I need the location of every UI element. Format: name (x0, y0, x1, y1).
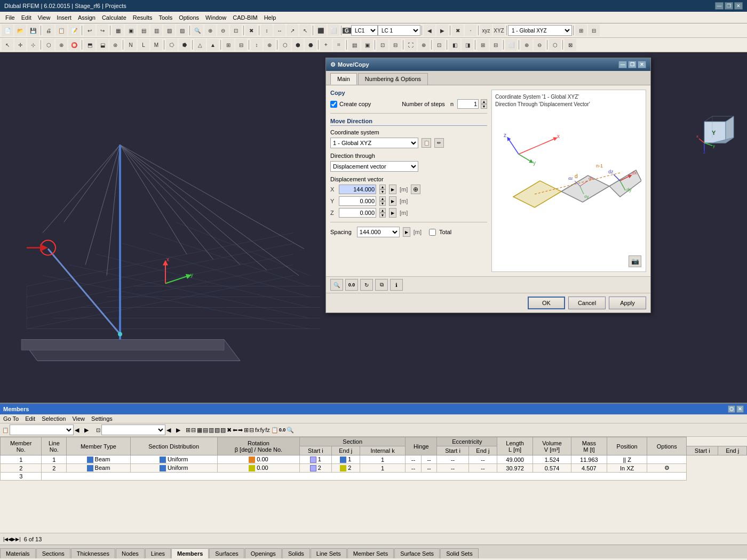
x-spin-up[interactable]: ▲ (379, 185, 386, 189)
tb5[interactable]: ▣ (125, 25, 137, 36)
tab-numbering-options[interactable]: Numbering & Options (358, 73, 428, 85)
tb53[interactable]: ▤ (348, 39, 360, 51)
ptb2[interactable]: ⊟ (191, 427, 196, 434)
ok-button[interactable]: OK (528, 297, 565, 309)
tb46[interactable]: ↕ (251, 39, 263, 51)
create-copy-checkbox[interactable] (330, 101, 337, 108)
ptb7[interactable]: ▨ (220, 427, 226, 434)
ptb9[interactable]: ⬅ (233, 427, 237, 434)
tb20[interactable]: ◀ (424, 25, 435, 36)
coord-sys-select[interactable]: 1 - Global XYZ (508, 25, 572, 36)
tab-thicknesses[interactable]: Thicknesses (71, 548, 115, 558)
tb32[interactable]: ⊕ (55, 39, 67, 51)
save-btn[interactable]: 💾 (27, 25, 39, 36)
menu-results[interactable]: Results (130, 13, 156, 22)
tab-nodes[interactable]: Nodes (116, 548, 145, 558)
tb40[interactable]: ⭔ (166, 39, 178, 51)
menu-calculate[interactable]: Calculate (99, 13, 130, 22)
edit-menu[interactable]: Edit (25, 415, 35, 422)
tb11[interactable]: ⊖ (217, 25, 229, 36)
lc-select-2[interactable]: LC 1 (378, 25, 420, 36)
tb27[interactable]: ⊟ (588, 25, 600, 36)
tb54[interactable]: ▣ (361, 39, 373, 51)
tb8[interactable]: ▧ (163, 25, 175, 36)
tab-solids[interactable]: Solids (282, 548, 310, 558)
tb13[interactable]: ✖ (245, 25, 257, 36)
table-row[interactable]: 3 (1, 473, 747, 481)
tb45[interactable]: ⊟ (235, 39, 247, 51)
undo-btn[interactable]: ↩ (84, 25, 96, 36)
first-page-btn[interactable]: |◀ (3, 537, 8, 542)
tab-surfaces[interactable]: Surfaces (209, 548, 244, 558)
next-page-btn[interactable]: ▶ (12, 537, 15, 542)
menu-file[interactable]: File (2, 13, 18, 22)
new-btn[interactable]: 📄 (2, 25, 13, 36)
next-btn[interactable]: ▶ (84, 427, 93, 434)
panel-float-btn[interactable]: ⬡ (728, 405, 735, 413)
tb38[interactable]: L (138, 39, 149, 51)
panel-close-btn[interactable]: ✕ (736, 405, 744, 413)
maximize-btn[interactable]: ❐ (725, 2, 733, 10)
spacing-combo[interactable]: 144.000 (357, 227, 400, 237)
tb35[interactable]: ⬓ (97, 39, 108, 51)
diagram-camera-btn[interactable]: 📷 (629, 255, 641, 267)
coordinate-cube[interactable]: Y x z y (694, 111, 736, 154)
tb43[interactable]: ▲ (207, 39, 219, 51)
tb7[interactable]: ▥ (150, 25, 162, 36)
open-btn[interactable]: 📂 (14, 25, 26, 36)
tab-surface-sets[interactable]: Surface Sets (394, 548, 440, 558)
tb23[interactable]: ⬝ (465, 25, 476, 36)
tab-members[interactable]: Members (171, 548, 209, 558)
cancel-button[interactable]: Cancel (568, 297, 606, 309)
tb60[interactable]: ◧ (449, 39, 460, 51)
tb67[interactable]: ⬡ (549, 39, 561, 51)
basic-objects-select[interactable]: Basic Objects (101, 425, 165, 435)
tb28[interactable]: ↖ (2, 39, 13, 51)
ptb1[interactable]: ⊞ (186, 427, 190, 434)
ptb3[interactable]: ▦ (197, 427, 202, 434)
table-row[interactable]: 1 1 Beam Uniform 0.00 1 1 1 -- -- -- -- … (1, 455, 747, 464)
ptb14[interactable]: fy (260, 427, 265, 433)
menu-options[interactable]: Options (176, 13, 202, 22)
tb19[interactable]: ⬜ (328, 25, 339, 36)
last-page-btn[interactable]: ▶| (15, 537, 20, 542)
tab-lines[interactable]: Lines (145, 548, 171, 558)
direction-through-combo[interactable]: Displacement vector (330, 161, 418, 172)
tb25[interactable]: XYZ (493, 25, 505, 36)
tb33[interactable]: ⭕ (68, 39, 80, 51)
ptb8[interactable]: ✖ (227, 427, 232, 434)
tb65[interactable]: ⊕ (521, 39, 533, 51)
redo-btn[interactable]: ↪ (97, 25, 108, 36)
tb64[interactable]: ⬜ (505, 39, 517, 51)
tb41[interactable]: ⭓ (179, 39, 190, 51)
ptb13[interactable]: fx (255, 427, 260, 433)
lc-select-1[interactable]: LC1 (351, 25, 378, 36)
dlg-copy-btn[interactable]: ⧉ (375, 279, 388, 291)
tb56[interactable]: ⊟ (390, 39, 401, 51)
x-input[interactable]: 144.000 (339, 185, 376, 194)
tb47[interactable]: ⊕ (264, 39, 275, 51)
tb17[interactable]: ↖ (299, 25, 311, 36)
menu-view[interactable]: View (35, 13, 54, 22)
dlg-num-btn[interactable]: 0.0 (345, 279, 358, 291)
n-spin-up[interactable]: ▲ (481, 99, 487, 104)
tb52[interactable]: ⌗ (333, 39, 345, 51)
menu-window[interactable]: Window (202, 13, 229, 22)
tb48[interactable]: ⬡ (279, 39, 291, 51)
y-spin-up[interactable]: ▲ (379, 196, 386, 201)
tb59[interactable]: ⊡ (433, 39, 445, 51)
tb18[interactable]: ⬛ (315, 25, 327, 36)
tb2[interactable]: 📋 (55, 25, 67, 36)
menu-cadbim[interactable]: CAD-BIM (229, 13, 260, 22)
x-pick-btn[interactable]: ⊕ (411, 185, 420, 194)
prev-btn[interactable]: ◀ (75, 427, 83, 434)
menu-help[interactable]: Help (261, 13, 280, 22)
tb68[interactable]: ⊠ (565, 39, 576, 51)
tb4[interactable]: ▦ (112, 25, 124, 36)
tab-materials[interactable]: Materials (0, 548, 36, 558)
tb22[interactable]: ✖ (452, 25, 464, 36)
tab-line-sets[interactable]: Line Sets (311, 548, 347, 558)
n-steps-input[interactable]: 1 (457, 99, 479, 109)
coord-system-combo[interactable]: 1 - Global XYZ (330, 138, 418, 148)
tb34[interactable]: ⬒ (84, 39, 96, 51)
